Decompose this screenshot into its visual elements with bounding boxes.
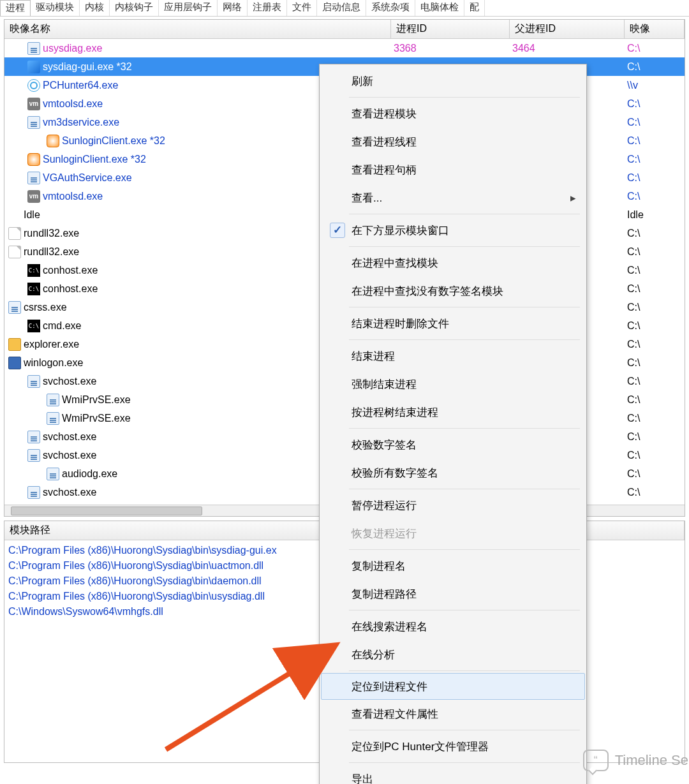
cell-path: C:\ xyxy=(625,339,685,350)
tab-11[interactable]: 配 xyxy=(464,0,485,16)
cell-path: C:\ xyxy=(625,283,685,295)
cell-path: C:\ xyxy=(625,172,685,184)
tab-1[interactable]: 驱动模块 xyxy=(31,0,80,16)
col-pid[interactable]: 进程ID xyxy=(391,20,510,38)
win-icon xyxy=(8,357,21,369)
process-name: VGAuthService.exe xyxy=(43,172,132,184)
watermark-text: Timeline Sec xyxy=(615,752,689,769)
tab-10[interactable]: 电脑体检 xyxy=(415,0,464,16)
context-menu[interactable]: 刷新查看进程模块查看进程线程查看进程句柄查看...在下方显示模块窗口在进程中查找… xyxy=(319,64,587,784)
generic-icon xyxy=(27,116,40,129)
menu-item[interactable]: 在进程中查找没有数字签名模块 xyxy=(321,277,585,305)
tab-5[interactable]: 网络 xyxy=(218,0,248,16)
table-row[interactable]: usysdiag.exe33683464C:\ xyxy=(4,39,685,57)
tab-6[interactable]: 注册表 xyxy=(248,0,287,16)
cell-path: C:\ xyxy=(625,43,685,54)
menu-separator xyxy=(349,730,580,730)
scroll-thumb[interactable] xyxy=(11,507,202,515)
process-name: explorer.exe xyxy=(24,339,79,350)
menu-item[interactable]: 定位到进程文件 xyxy=(321,673,585,700)
menu-item[interactable]: 暂停进程运行 xyxy=(321,491,585,519)
generic-icon xyxy=(27,375,40,388)
menu-item[interactable]: 查看进程线程 xyxy=(321,128,585,156)
cmd-icon: C:\ xyxy=(27,264,40,277)
tab-2[interactable]: 内核 xyxy=(80,0,110,16)
cell-path: C:\ xyxy=(625,191,685,202)
menu-item[interactable]: 校验所有数字签名 xyxy=(321,459,585,487)
tab-7[interactable]: 文件 xyxy=(287,0,317,16)
process-name: rundll32.exe xyxy=(24,246,79,258)
generic-icon xyxy=(47,468,59,480)
tab-4[interactable]: 应用层钩子 xyxy=(159,0,218,16)
cmd-icon: C:\ xyxy=(27,320,40,332)
menu-item[interactable]: 在进程中查找模块 xyxy=(321,249,585,277)
process-name: csrss.exe xyxy=(24,302,67,313)
cell-path: C:\ xyxy=(625,394,685,406)
menu-separator xyxy=(349,339,580,340)
col-name[interactable]: 映像名称 xyxy=(4,20,391,38)
menu-separator xyxy=(349,762,580,763)
menu-separator xyxy=(349,549,580,550)
process-name: SunloginClient.exe *32 xyxy=(43,154,146,165)
menu-separator xyxy=(349,97,580,98)
cell-path: C:\ xyxy=(625,135,685,147)
file-icon xyxy=(8,227,21,240)
cell-path: C:\ xyxy=(625,376,685,387)
generic-icon xyxy=(27,486,40,499)
tab-9[interactable]: 系统杂项 xyxy=(366,0,415,16)
tab-3[interactable]: 内核钩子 xyxy=(110,0,159,16)
watermark: “ Timeline Sec xyxy=(583,750,689,771)
menu-item[interactable]: 结束进程时删除文件 xyxy=(321,309,585,337)
col-ppid[interactable]: 父进程ID xyxy=(510,20,625,38)
cell-path: C:\ xyxy=(625,320,685,332)
cell-path: C:\ xyxy=(625,246,685,258)
menu-item[interactable]: 按进程树结束进程 xyxy=(321,398,585,426)
menu-item[interactable]: 刷新 xyxy=(321,67,585,95)
cell-path: C:\ xyxy=(625,302,685,313)
menu-separator xyxy=(349,610,580,610)
menu-item[interactable]: 查看进程模块 xyxy=(321,100,585,128)
process-name: WmiPrvSE.exe xyxy=(62,394,131,406)
process-name: svchost.exe xyxy=(43,431,96,443)
menu-item[interactable]: 查看... xyxy=(321,184,585,212)
file-icon xyxy=(8,246,21,258)
tab-8[interactable]: 启动信息 xyxy=(317,0,366,16)
watermark-icon: “ xyxy=(583,750,609,771)
cell-path: C:\ xyxy=(625,431,685,443)
generic-icon xyxy=(47,412,59,425)
sun-icon xyxy=(27,153,40,166)
menu-separator xyxy=(349,428,580,429)
cell-path: C:\ xyxy=(625,154,685,165)
menu-item[interactable]: 在下方显示模块窗口 xyxy=(321,216,585,244)
menu-separator xyxy=(349,489,580,489)
menu-item[interactable]: 在线搜索进程名 xyxy=(321,612,585,640)
menu-item[interactable]: 结束进程 xyxy=(321,342,585,370)
generic-icon xyxy=(27,172,40,184)
tab-bar[interactable]: 进程驱动模块内核内核钩子应用层钩子网络注册表文件启动信息系统杂项电脑体检配 xyxy=(0,0,689,17)
generic-icon xyxy=(27,42,40,55)
menu-item[interactable]: 查看进程句柄 xyxy=(321,156,585,184)
menu-item[interactable]: 复制进程名 xyxy=(321,552,585,580)
menu-item[interactable]: 导出 xyxy=(321,765,585,784)
menu-item[interactable]: 强制结束进程 xyxy=(321,370,585,398)
menu-separator xyxy=(349,670,580,671)
cell-path: C:\ xyxy=(625,413,685,424)
menu-item: 恢复进程运行 xyxy=(321,519,585,547)
generic-icon xyxy=(27,449,40,462)
cell-path: C:\ xyxy=(625,117,685,128)
menu-item[interactable]: 定位到PC Hunter文件管理器 xyxy=(321,732,585,760)
process-name: usysdiag.exe xyxy=(43,43,102,54)
menu-item[interactable]: 查看进程文件属性 xyxy=(321,700,585,728)
menu-item[interactable]: 复制进程路径 xyxy=(321,580,585,608)
menu-item[interactable]: 校验数字签名 xyxy=(321,431,585,459)
cell-path: C:\ xyxy=(625,61,685,73)
col-path[interactable]: 映像 xyxy=(625,20,685,38)
cell-ppid: 3464 xyxy=(510,43,625,54)
cell-path: C:\ xyxy=(625,98,685,110)
cell-path: C:\ xyxy=(625,468,685,480)
menu-separator xyxy=(349,246,580,247)
tab-0[interactable]: 进程 xyxy=(0,0,31,16)
process-name: svchost.exe xyxy=(43,376,96,387)
cell-path: C:\ xyxy=(625,450,685,461)
menu-item[interactable]: 在线分析 xyxy=(321,640,585,669)
